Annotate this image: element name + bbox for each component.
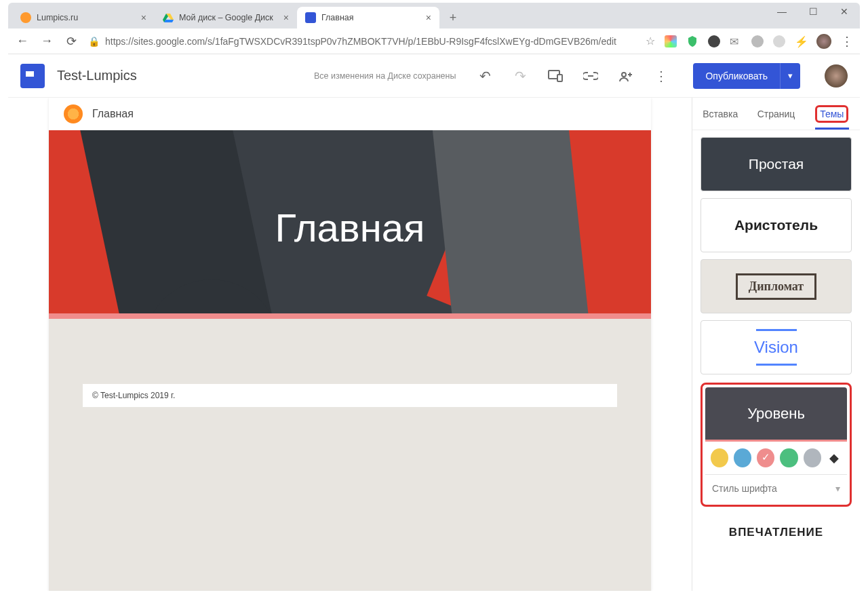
tab-title: Мой диск – Google Диск — [179, 13, 273, 22]
theme-level-selected: Уровень ◆ Стиль шрифта ▾ — [701, 383, 852, 507]
browser-tab-lumpics[interactable]: Lumpics.ru × — [12, 7, 155, 28]
url-field[interactable]: 🔒 https://sites.google.com/s/1faFgTWSXDC… — [88, 36, 636, 47]
close-tab-icon[interactable]: × — [283, 12, 289, 23]
color-swatch-green[interactable] — [780, 448, 797, 467]
theme-vision[interactable]: Vision — [701, 320, 852, 374]
lock-icon: 🔒 — [88, 36, 100, 47]
extension-icons: ✉ ⚡ — [665, 35, 807, 47]
window-minimize-icon[interactable]: — — [777, 7, 787, 16]
tab-title: Главная — [321, 13, 354, 22]
hero-divider — [49, 313, 651, 319]
ext-icon[interactable]: ✉ — [730, 35, 742, 47]
app-toolbar: Test-Lumpics Все изменения на Диске сохр… — [8, 54, 860, 98]
svg-rect-4 — [557, 75, 562, 81]
editor-canvas[interactable]: Главная Главная © Test-Lumpics 2019 г. — [8, 98, 692, 591]
site-nav-title[interactable]: Главная — [92, 108, 134, 120]
hero-banner[interactable]: Главная — [49, 130, 651, 313]
theme-impression[interactable]: ВПЕЧАТЛЕНИЕ — [701, 519, 852, 546]
undo-icon[interactable]: ↶ — [477, 69, 492, 83]
color-swatch-blue[interactable] — [734, 448, 751, 467]
nav-back-icon[interactable]: ← — [15, 34, 30, 48]
font-style-label: Стиль шрифта — [712, 483, 777, 494]
svg-marker-2 — [164, 20, 174, 22]
right-sidebar: Вставка Страниц Темы Простая Аристотель … — [692, 98, 860, 591]
footer-text[interactable]: © Test-Lumpics 2019 г. — [83, 384, 617, 407]
hero-title[interactable]: Главная — [49, 205, 651, 250]
sites-logo-icon[interactable] — [20, 64, 45, 88]
nav-forward-icon[interactable]: → — [39, 34, 54, 48]
publish-dropdown-button[interactable]: ▾ — [780, 63, 800, 89]
tab-pages[interactable]: Страниц — [748, 98, 804, 130]
user-avatar-icon[interactable] — [825, 64, 848, 88]
theme-diplomat[interactable]: Дипломат — [701, 259, 852, 313]
font-style-dropdown[interactable]: Стиль шрифта ▾ — [705, 474, 847, 502]
color-swatch-gray[interactable] — [804, 448, 821, 467]
ext-icon[interactable] — [708, 35, 720, 47]
profile-avatar-icon[interactable] — [816, 34, 831, 49]
tab-insert[interactable]: Вставка — [692, 98, 748, 130]
browser-tabstrip: Lumpics.ru × Мой диск – Google Диск × Гл… — [8, 3, 860, 28]
chevron-down-icon: ▾ — [835, 483, 840, 494]
tab-title: Lumpics.ru — [37, 13, 78, 22]
url-text: https://sites.google.com/s/1faFgTWSXDCvR… — [105, 36, 616, 47]
browser-address-bar: ← → ⟳ 🔒 https://sites.google.com/s/1faFg… — [8, 28, 860, 54]
ext-icon[interactable] — [751, 35, 764, 47]
close-tab-icon[interactable]: × — [426, 12, 431, 23]
site-nav-header[interactable]: Главная — [49, 98, 651, 130]
site-logo-icon[interactable] — [64, 104, 83, 123]
publish-button[interactable]: Опубликовать — [693, 63, 780, 89]
theme-aristotle[interactable]: Аристотель — [701, 198, 852, 252]
star-icon[interactable]: ☆ — [646, 35, 655, 47]
custom-color-icon[interactable]: ◆ — [827, 450, 842, 465]
color-swatch-pink-selected[interactable] — [757, 448, 774, 467]
window-controls: — ☐ ✕ — [777, 7, 849, 16]
page-frame: Главная Главная © Test-Lumpics 2019 г. — [49, 98, 651, 591]
page-content[interactable]: © Test-Lumpics 2019 г. — [49, 319, 651, 482]
browser-tab-sites[interactable]: Главная × — [297, 7, 439, 28]
theme-color-row: ◆ — [705, 442, 847, 474]
nav-reload-icon[interactable]: ⟳ — [64, 34, 79, 49]
new-tab-button[interactable]: + — [443, 8, 462, 27]
link-icon[interactable] — [583, 69, 598, 83]
window-maximize-icon[interactable]: ☐ — [808, 7, 818, 16]
sidebar-tabs: Вставка Страниц Темы — [692, 98, 860, 130]
favicon-icon — [305, 12, 316, 23]
themes-list[interactable]: Простая Аристотель Дипломат Vision Урове… — [692, 130, 860, 591]
share-icon[interactable] — [618, 69, 633, 83]
favicon-icon — [20, 12, 31, 23]
toolbar-icons: ↶ ↷ ⋮ — [477, 69, 669, 83]
save-status-text: Все изменения на Диске сохранены — [314, 71, 456, 81]
site-title[interactable]: Test-Lumpics — [57, 68, 137, 83]
close-tab-icon[interactable]: × — [141, 12, 146, 23]
theme-simple[interactable]: Простая — [701, 137, 852, 191]
preview-icon[interactable] — [548, 69, 563, 83]
theme-level[interactable]: Уровень — [705, 387, 847, 442]
ext-icon[interactable] — [665, 35, 677, 47]
ext-icon[interactable] — [773, 35, 785, 47]
favicon-icon — [163, 12, 174, 23]
more-icon[interactable]: ⋮ — [654, 69, 669, 83]
svg-point-5 — [622, 73, 626, 77]
ext-icon[interactable]: ⚡ — [795, 35, 807, 47]
ext-icon[interactable] — [686, 35, 698, 47]
browser-tab-drive[interactable]: Мой диск – Google Диск × — [155, 7, 297, 28]
window-close-icon[interactable]: ✕ — [840, 7, 849, 16]
browser-menu-icon[interactable]: ⋮ — [841, 34, 853, 49]
publish-button-group: Опубликовать ▾ — [693, 63, 800, 89]
tab-themes[interactable]: Темы — [804, 98, 860, 130]
redo-icon[interactable]: ↷ — [513, 69, 528, 83]
color-swatch-yellow[interactable] — [711, 448, 728, 467]
